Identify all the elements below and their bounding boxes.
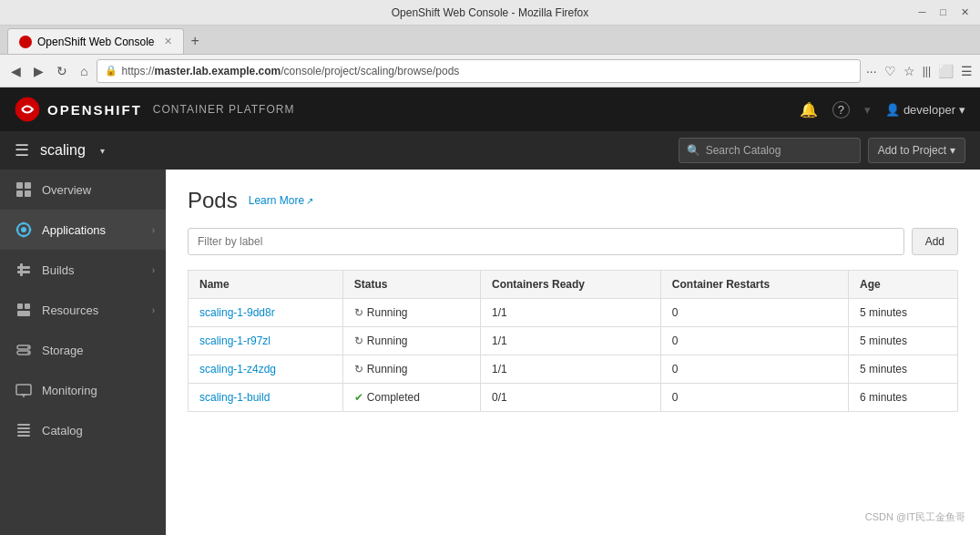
sidebar-item-builds[interactable]: Builds ›	[0, 250, 166, 290]
search-catalog-icon: 🔍	[687, 144, 700, 157]
table-row: scaling-1-9dd8r↻ Running1/105 minutes	[189, 299, 958, 327]
svg-rect-12	[17, 271, 30, 273]
table-header: Name Status Containers Ready Container R…	[189, 271, 958, 299]
browser-menu-icons: ··· ♡ ☆ ||| ⬜ ☰	[866, 64, 973, 78]
sidebar-item-applications[interactable]: Applications ›	[0, 210, 166, 250]
pocket-icon[interactable]: ♡	[884, 64, 896, 78]
bookmark-icon[interactable]: ☆	[903, 64, 915, 78]
svg-rect-21	[16, 385, 31, 395]
sync-icon: ↻	[354, 363, 363, 376]
resources-chevron-icon: ›	[152, 305, 155, 315]
applications-icon	[15, 221, 33, 239]
pod-name-link[interactable]: scaling-1-build	[199, 391, 270, 404]
svg-point-10	[29, 229, 32, 231]
sidebar-toggle-icon[interactable]: ⬜	[938, 64, 954, 78]
add-to-project-button[interactable]: Add to Project ▾	[868, 138, 965, 163]
browser-tabbar: OpenShift Web Console ✕ +	[0, 26, 980, 55]
security-icon: 🔒	[105, 65, 117, 77]
sidebar-item-storage[interactable]: Storage	[0, 330, 166, 370]
table-row: scaling-1-build✔ Completed0/106 minutes	[189, 384, 958, 412]
new-tab-button[interactable]: +	[184, 28, 207, 54]
notification-bell-icon[interactable]: 🔔	[800, 101, 818, 118]
user-icon: 👤	[885, 103, 900, 117]
tab-close-button[interactable]: ✕	[164, 36, 172, 47]
external-link-icon: ↗	[306, 196, 313, 206]
header-divider: ▾	[864, 103, 871, 117]
pod-status-cell: ↻ Running	[342, 299, 480, 327]
address-bar[interactable]: 🔒 https://master.lab.example.com/console…	[97, 59, 861, 83]
user-label: developer	[903, 103, 955, 117]
svg-point-19	[27, 346, 29, 348]
applications-chevron-icon: ›	[152, 225, 155, 235]
tab-label: OpenShift Web Console	[37, 36, 155, 48]
reader-mode-icon[interactable]: |||	[923, 65, 931, 77]
svg-point-20	[27, 352, 29, 354]
maximize-button[interactable]: □	[936, 5, 950, 20]
sidebar-toggle-hamburger-icon[interactable]: ☰	[15, 140, 29, 160]
pod-age-cell: 6 minutes	[848, 384, 957, 412]
user-menu[interactable]: 👤 developer ▾	[885, 103, 965, 117]
pod-name-cell: scaling-1-r97zl	[189, 327, 343, 355]
pod-name-cell: scaling-1-9dd8r	[189, 299, 343, 327]
table-row: scaling-1-r97zl↻ Running1/105 minutes	[189, 327, 958, 355]
pod-age-cell: 5 minutes	[848, 299, 957, 327]
filter-label-input[interactable]	[188, 228, 904, 255]
svg-point-7	[23, 222, 26, 225]
close-button[interactable]: ✕	[957, 5, 973, 20]
svg-rect-15	[25, 304, 30, 309]
refresh-button[interactable]: ↻	[53, 62, 71, 80]
add-label-button[interactable]: Add	[912, 228, 958, 255]
catalog-icon	[15, 421, 33, 439]
sidebar-item-overview[interactable]: Overview	[0, 170, 166, 210]
url-display: https://master.lab.example.com/console/p…	[121, 65, 459, 77]
storage-icon	[15, 341, 33, 359]
builds-chevron-icon: ›	[152, 265, 155, 275]
pod-name-link[interactable]: scaling-1-r97zl	[199, 334, 271, 347]
back-button[interactable]: ◀	[7, 62, 25, 80]
browser-tab-active[interactable]: OpenShift Web Console ✕	[7, 28, 184, 54]
minimize-button[interactable]: ─	[915, 5, 930, 20]
pod-name-link[interactable]: scaling-1-z4zdg	[199, 363, 276, 376]
browser-title: OpenShift Web Console - Mozilla Firefox	[392, 6, 589, 19]
home-button[interactable]: ⌂	[77, 62, 91, 80]
pod-status-cell: ✔ Completed	[342, 384, 480, 412]
svg-rect-25	[17, 427, 30, 429]
header-right: 🔔 ? ▾ 👤 developer ▾	[800, 101, 965, 118]
sidebar-resources-label: Resources	[42, 304, 98, 317]
watermark: CSDN @IT民工金鱼哥	[865, 510, 965, 524]
project-dropdown-icon[interactable]: ▾	[100, 146, 105, 156]
svg-rect-16	[17, 311, 30, 316]
sidebar-applications-label: Applications	[42, 223, 106, 237]
browser-addressbar: ◀ ▶ ↻ ⌂ 🔒 https://master.lab.example.com…	[0, 55, 980, 87]
learn-more-link[interactable]: Learn More ↗	[249, 194, 313, 207]
pod-name-cell: scaling-1-build	[189, 384, 343, 412]
hamburger-menu-icon[interactable]: ☰	[961, 64, 973, 78]
filter-bar: Add	[188, 228, 958, 255]
sync-icon: ↻	[354, 334, 363, 347]
app-logo: OPENSHIFT CONTAINER PLATFORM	[15, 97, 294, 122]
browser-window-controls[interactable]: ─ □ ✕	[915, 5, 973, 20]
openshift-logo-icon	[15, 97, 40, 122]
svg-rect-26	[17, 431, 30, 433]
svg-point-8	[23, 235, 26, 238]
tab-favicon	[19, 36, 32, 48]
help-icon[interactable]: ?	[832, 101, 850, 118]
svg-rect-27	[17, 435, 30, 437]
svg-point-0	[15, 98, 39, 121]
project-name[interactable]: scaling	[40, 142, 86, 159]
more-options-icon[interactable]: ···	[866, 64, 877, 78]
check-icon: ✔	[354, 391, 363, 404]
sidebar-item-monitoring[interactable]: Monitoring	[0, 370, 166, 410]
search-catalog-input[interactable]: 🔍 Search Catalog	[679, 138, 861, 163]
svg-rect-3	[16, 190, 23, 197]
user-dropdown-icon: ▾	[959, 103, 965, 117]
sidebar-item-resources[interactable]: Resources ›	[0, 290, 166, 330]
forward-button[interactable]: ▶	[30, 62, 47, 80]
pod-containers-ready-cell: 1/1	[480, 355, 660, 384]
pod-containers-ready-cell: 0/1	[480, 384, 660, 412]
page-title-row: Pods Learn More ↗	[188, 188, 958, 213]
sidebar-item-catalog[interactable]: Catalog	[0, 410, 166, 450]
pod-name-link[interactable]: scaling-1-9dd8r	[199, 306, 275, 319]
svg-rect-2	[25, 182, 31, 189]
svg-rect-4	[25, 190, 31, 197]
